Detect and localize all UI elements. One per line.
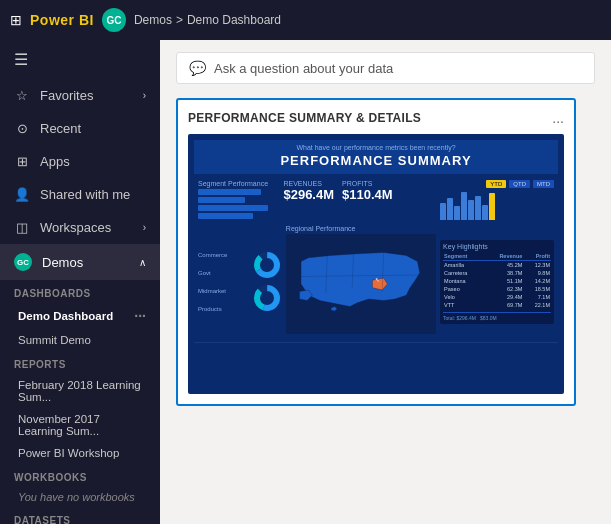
clock-icon: ⊙ (14, 121, 30, 136)
profit-value: $110.4M (342, 187, 393, 202)
us-map-svg: ↖ (286, 234, 436, 334)
sub-item-label: February 2018 Learning Sum... (18, 379, 146, 403)
seg-bar-2 (198, 197, 245, 203)
table-body: Amarilla45.2M12.3M Carretera38.7M9.8M Mo… (443, 260, 551, 309)
sidebar-sub-report-3[interactable]: Power BI Workshop (0, 442, 160, 464)
table-row: VTT69.7M22.1M (443, 301, 551, 309)
sidebar-item-demos[interactable]: GC Demos ∧ (0, 244, 160, 280)
table-title: Key Highlights (443, 243, 551, 250)
section-header-workbooks: WORKBOOKS (0, 464, 160, 487)
revenue-metric: REVENUES $296.4M (283, 180, 334, 202)
seg-bar-4 (198, 213, 253, 219)
bar-1 (440, 203, 446, 220)
filter-buttons: YTD QTD MTD (440, 180, 554, 188)
bar-6 (475, 196, 481, 220)
bar-3 (454, 206, 460, 220)
mini-bar-chart (440, 192, 554, 220)
no-workbooks-message: You have no workbooks (0, 487, 160, 507)
table-row: Amarilla45.2M12.3M (443, 260, 551, 269)
perf-main-title: PERFORMANCE SUMMARY (194, 153, 558, 168)
filter-ytd[interactable]: YTD (486, 180, 506, 188)
table-total: Total: $296.4M $83.0M (443, 312, 551, 321)
sidebar-sub-report-1[interactable]: February 2018 Learning Sum... (0, 374, 160, 408)
section-header-dashboards: DASHBOARDS (0, 280, 160, 303)
donut-section-labels: Commerce Govt Midmarket Products (198, 252, 248, 312)
donut-charts (252, 250, 282, 313)
sidebar-item-label: Recent (40, 121, 81, 136)
profit-metric: PROFITS $110.4M (342, 180, 393, 202)
ask-bar-placeholder: Ask a question about your data (214, 61, 393, 76)
ask-question-bar[interactable]: 💬 Ask a question about your data (176, 52, 595, 84)
chevron-up-icon: ∧ (139, 257, 146, 268)
col-header-profit: Profit (523, 252, 551, 261)
sidebar-item-label: Apps (40, 154, 70, 169)
segment-col: Segment Performance (198, 180, 276, 219)
donuts-row: Commerce Govt Midmarket Products (194, 225, 558, 343)
sidebar-sub-report-2[interactable]: November 2017 Learning Sum... (0, 408, 160, 442)
revenue-label: REVENUES (283, 180, 334, 187)
label-products: Products (198, 306, 248, 312)
breadcrumb-page: Demo Dashboard (187, 13, 281, 27)
sidebar-item-label: Demos (42, 255, 83, 270)
main-layout: ☰ ☆ Favorites › ⊙ Recent ⊞ Apps 👤 Shared… (0, 40, 611, 524)
star-icon: ☆ (14, 88, 30, 103)
tile-header: PERFORMANCE SUMMARY & DETAILS ... (188, 110, 564, 126)
sidebar-item-recent[interactable]: ⊙ Recent (0, 112, 160, 145)
main-content: 💬 Ask a question about your data PERFORM… (160, 40, 611, 524)
topbar: ⊞ Power BI GC Demos > Demo Dashboard (0, 0, 611, 40)
map-area: Regional Performance (286, 225, 436, 338)
sidebar-item-label: Workspaces (40, 220, 111, 235)
filter-mtd[interactable]: MTD (533, 180, 554, 188)
label-midmarket: Midmarket (198, 288, 248, 294)
demos-avatar: GC (14, 253, 32, 271)
perf-question: What have our performance metrics been r… (194, 144, 558, 151)
metrics-area: REVENUES $296.4M PROFITS $110.4M (283, 180, 433, 202)
donut-2 (252, 283, 282, 313)
sub-item-label: Power BI Workshop (18, 447, 119, 459)
table-row: Paseo62.3M18.5M (443, 285, 551, 293)
seg-bar-3 (198, 205, 268, 211)
avatar[interactable]: GC (102, 8, 126, 32)
seg-bar-1 (198, 189, 261, 195)
label-gov: Govt (198, 270, 248, 276)
chart-filter-area: YTD QTD MTD (440, 180, 554, 220)
col-header-segment: Segment (443, 252, 483, 261)
sub-item-label: November 2017 Learning Sum... (18, 413, 146, 437)
tile-title: PERFORMANCE SUMMARY & DETAILS (188, 111, 421, 125)
chevron-right-icon: › (143, 222, 146, 233)
sidebar-sub-demo-dashboard[interactable]: Demo Dashboard ··· (0, 303, 160, 329)
grid-icon[interactable]: ⊞ (10, 12, 22, 28)
tile-options-button[interactable]: ... (552, 110, 564, 126)
segment-label: Segment Performance (198, 180, 276, 187)
mini-highlights-table: Segment Revenue Profit Amarilla45.2M12.3… (443, 252, 551, 309)
bar-7 (482, 205, 488, 220)
section-header-reports: REPORTS (0, 351, 160, 374)
sidebar-item-favorites[interactable]: ☆ Favorites › (0, 79, 160, 112)
hamburger-button[interactable]: ☰ (0, 40, 160, 79)
app-logo: Power BI (30, 12, 94, 28)
workspace-icon: ◫ (14, 220, 30, 235)
filter-qtd[interactable]: QTD (509, 180, 530, 188)
breadcrumb-workspace[interactable]: Demos (134, 13, 172, 27)
sidebar-item-shared[interactable]: 👤 Shared with me (0, 178, 160, 211)
sidebar-item-label: Favorites (40, 88, 93, 103)
table-row: Carretera38.7M9.8M (443, 269, 551, 277)
bar-5 (468, 200, 474, 220)
perf-summary-visual: What have our performance metrics been r… (188, 134, 564, 394)
top-section: Segment Performance REVENUES $296.4M (194, 180, 558, 220)
bar-4 (461, 192, 467, 220)
label-commerce: Commerce (198, 252, 248, 258)
sidebar-item-workspaces[interactable]: ◫ Workspaces › (0, 211, 160, 244)
ellipsis-icon[interactable]: ··· (134, 308, 146, 324)
sidebar: ☰ ☆ Favorites › ⊙ Recent ⊞ Apps 👤 Shared… (0, 40, 160, 524)
perf-header: What have our performance metrics been r… (194, 140, 558, 174)
table-row: Velo29.4M7.1M (443, 293, 551, 301)
sidebar-sub-summit-demo[interactable]: Summit Demo (0, 329, 160, 351)
bar-8 (489, 193, 495, 220)
donut-1 (252, 250, 282, 280)
sidebar-item-apps[interactable]: ⊞ Apps (0, 145, 160, 178)
map-label: Regional Performance (286, 225, 436, 232)
sub-item-label: Summit Demo (18, 334, 91, 346)
breadcrumb-separator: > (176, 13, 183, 27)
sub-item-label: Demo Dashboard (18, 310, 113, 322)
